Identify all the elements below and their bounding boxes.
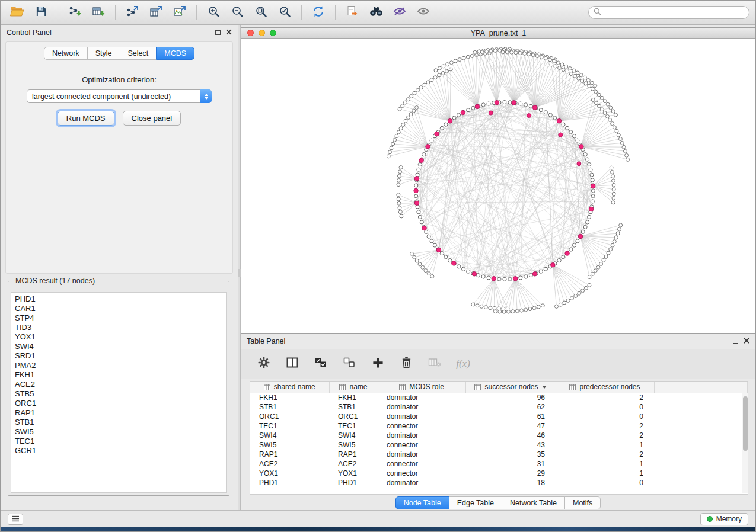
table-cell: 62 <box>465 402 556 412</box>
mcds-result-item[interactable]: STP4 <box>15 313 226 323</box>
close-table-panel-icon[interactable] <box>744 337 749 345</box>
mcds-result-item[interactable]: GCR1 <box>15 446 226 456</box>
table-row[interactable]: YOX1YOX1connector291 <box>250 469 748 478</box>
column-header-predecessor-nodes[interactable]: predecessor nodes <box>556 382 654 393</box>
refresh-layout-button[interactable] <box>308 3 329 22</box>
table-tab-network-table[interactable]: Network Table <box>502 496 565 509</box>
table-settings-button[interactable] <box>256 356 272 371</box>
table-cell: RAP1 <box>329 450 378 459</box>
save-session-button[interactable] <box>30 3 52 22</box>
mcds-result-item[interactable]: RAP1 <box>15 408 226 418</box>
table-row[interactable]: ACE2ACE2connector311 <box>250 459 748 469</box>
delete-table-button[interactable] <box>427 356 442 371</box>
table-cell: 0 <box>556 402 654 412</box>
control-panel-tabs: NetworkStyleSelectMCDS <box>6 47 232 60</box>
table-row[interactable]: PHD1PHD1dominator180 <box>250 478 748 488</box>
export-image-icon <box>173 5 186 20</box>
table-cell-filler <box>654 402 748 412</box>
fx-icon: f(x) <box>456 358 470 370</box>
zoom-selected-button[interactable] <box>274 3 295 22</box>
function-builder-button[interactable]: f(x) <box>455 356 471 371</box>
table-cell: 2 <box>556 421 654 431</box>
table-cell: dominator <box>378 478 465 488</box>
table-scrollbar[interactable] <box>742 393 748 493</box>
run-mcds-button[interactable]: Run MCDS <box>58 111 114 126</box>
column-header-name[interactable]: name <box>329 382 378 393</box>
zoom-fit-button[interactable] <box>250 3 272 22</box>
table-tab-node-table[interactable]: Node Table <box>395 496 449 509</box>
tab-select[interactable]: Select <box>120 47 157 60</box>
export-image-button[interactable] <box>169 3 190 22</box>
table-tab-motifs[interactable]: Motifs <box>564 496 601 509</box>
column-header-shared-name[interactable]: shared name <box>250 382 329 393</box>
mcds-result-item[interactable]: ORC1 <box>15 399 226 408</box>
select-all-button[interactable] <box>313 356 328 371</box>
import-table-button[interactable] <box>88 3 109 22</box>
find-button[interactable] <box>365 3 387 22</box>
table-row[interactable]: TEC1TEC1connector472 <box>250 421 748 431</box>
table-cell: dominator <box>378 431 465 440</box>
trash-icon <box>401 357 412 371</box>
task-history-button[interactable] <box>8 514 23 525</box>
hamburger-icon <box>11 514 20 524</box>
table-cell: STB1 <box>329 402 378 412</box>
add-column-button[interactable] <box>370 356 385 371</box>
mcds-result-item[interactable]: STB5 <box>15 389 226 399</box>
eye-slash-icon <box>393 7 406 18</box>
open-session-button[interactable] <box>7 3 28 22</box>
share-document-button[interactable] <box>342 3 363 22</box>
table-tabs: Node TableEdge TableNetwork TableMotifs <box>241 496 755 509</box>
mcds-result-item[interactable]: STB1 <box>15 418 226 427</box>
table-cell-filler <box>654 412 748 421</box>
mcds-result-item[interactable]: SRD1 <box>15 351 226 361</box>
network-graph[interactable] <box>241 39 755 333</box>
mcds-result-title: MCDS result (17 nodes) <box>13 277 97 285</box>
zoom-selected-icon <box>279 5 291 20</box>
cytoscape-window: Control Panel NetworkStyleSelectMCDS Opt… <box>0 0 756 532</box>
export-network-button[interactable] <box>122 3 143 22</box>
delete-column-button[interactable] <box>398 356 414 371</box>
deselect-all-button[interactable] <box>342 356 357 371</box>
tab-network[interactable]: Network <box>44 47 88 60</box>
table-tab-edge-table[interactable]: Edge Table <box>449 496 502 509</box>
memory-button[interactable]: Memory <box>700 513 748 525</box>
show-all-button[interactable] <box>413 3 434 22</box>
column-header-successor-nodes[interactable]: successor nodes <box>465 382 556 393</box>
show-column-button[interactable] <box>285 356 300 371</box>
tab-style[interactable]: Style <box>87 47 120 60</box>
table-cell-filler <box>654 469 748 478</box>
optimization-criterion-select[interactable]: largest connected component (undirected) <box>27 89 212 103</box>
mcds-result-item[interactable]: PMA2 <box>15 361 226 370</box>
mcds-result-item[interactable]: TID3 <box>15 323 226 332</box>
sort-arrow-icon[interactable] <box>542 386 547 389</box>
mcds-result-item[interactable]: PHD1 <box>15 294 226 304</box>
mcds-result-item[interactable]: CAR1 <box>15 304 226 313</box>
search-input[interactable] <box>604 8 744 17</box>
delete-table-icon <box>428 358 441 370</box>
import-network-button[interactable] <box>64 3 85 22</box>
table-row[interactable]: ORC1ORC1dominator610 <box>250 412 748 421</box>
table-row[interactable]: FKH1FKH1dominator962 <box>250 393 748 402</box>
float-panel-icon[interactable] <box>215 30 221 35</box>
scrollbar-thumb[interactable] <box>743 396 748 451</box>
mcds-result-item[interactable]: SWI4 <box>15 342 226 351</box>
mcds-result-item[interactable]: FKH1 <box>15 370 226 380</box>
table-row[interactable]: RAP1RAP1dominator352 <box>250 450 748 459</box>
network-canvas[interactable] <box>241 39 755 333</box>
export-table-button[interactable] <box>145 3 167 22</box>
table-row[interactable]: SWI4SWI4dominator462 <box>250 431 748 440</box>
mcds-result-item[interactable]: SWI5 <box>15 427 226 437</box>
column-header-mcds-role[interactable]: MCDS role <box>378 382 465 393</box>
mcds-result-item[interactable]: YOX1 <box>15 332 226 342</box>
zoom-in-button[interactable] <box>203 3 224 22</box>
table-row[interactable]: SWI5SWI5connector431 <box>250 440 748 450</box>
mcds-result-item[interactable]: TEC1 <box>15 437 226 446</box>
tab-mcds[interactable]: MCDS <box>156 47 194 60</box>
hide-selected-button[interactable] <box>389 3 410 22</box>
zoom-out-button[interactable] <box>227 3 248 22</box>
table-row[interactable]: STB1STB1dominator620 <box>250 402 748 412</box>
close-panel-icon[interactable] <box>226 28 232 37</box>
mcds-result-item[interactable]: ACE2 <box>15 380 226 389</box>
close-panel-button[interactable]: Close panel <box>123 111 181 126</box>
float-table-panel-icon[interactable] <box>733 339 738 344</box>
